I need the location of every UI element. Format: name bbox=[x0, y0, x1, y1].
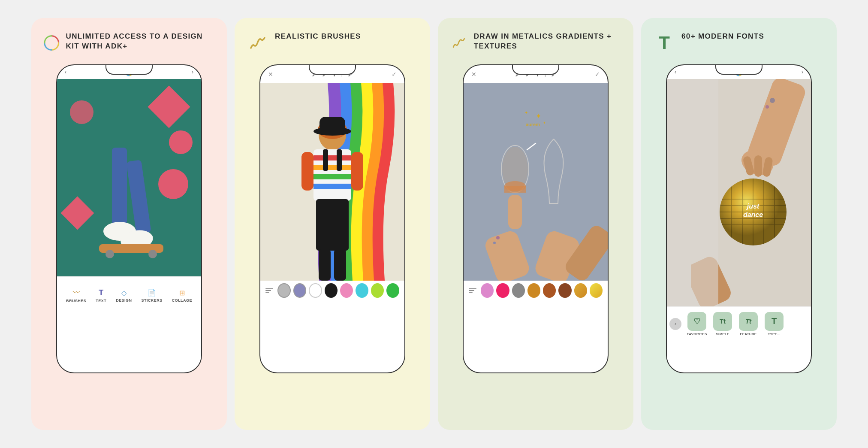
forward-arrow-1: › bbox=[192, 69, 193, 75]
close-x-icon-3: ✕ bbox=[471, 71, 476, 78]
svg-rect-21 bbox=[337, 149, 342, 171]
tab-design[interactable]: ◇ DESIGN bbox=[116, 289, 132, 303]
stickers-label: STICKERS bbox=[142, 298, 163, 303]
swatch-blue[interactable] bbox=[293, 283, 307, 298]
swatch-dark-gray[interactable] bbox=[512, 283, 525, 298]
swatch-pink[interactable] bbox=[340, 283, 353, 298]
svg-point-39 bbox=[496, 236, 500, 239]
svg-point-43 bbox=[770, 98, 775, 103]
font-cat-type[interactable]: T TYPE... bbox=[761, 312, 787, 336]
feature-label: FEATURE bbox=[740, 332, 757, 336]
svg-rect-14 bbox=[313, 155, 351, 160]
svg-rect-22 bbox=[301, 152, 313, 191]
font-back-arrow[interactable]: ‹ bbox=[669, 318, 681, 330]
tab-text[interactable]: T TEXT bbox=[96, 288, 106, 303]
svg-rect-29 bbox=[504, 186, 526, 193]
glasses-scene: aurem ✦ ✦ ✦ bbox=[464, 83, 608, 281]
collage-label: COLLAGE bbox=[172, 298, 192, 303]
swatch-gray[interactable] bbox=[277, 283, 291, 298]
wavy-brush-icon bbox=[247, 32, 269, 54]
adk-logo-icon bbox=[43, 32, 60, 54]
swatch-gold-2[interactable] bbox=[590, 283, 603, 298]
type-label: TYPE... bbox=[768, 332, 780, 336]
svg-point-8 bbox=[148, 250, 157, 258]
phone-bottom-bar-1: 〰 BRUSHES T TEXT ◇ DESIGN 📄 STICKERS ⊞ bbox=[57, 276, 201, 311]
swatch-bronze[interactable] bbox=[527, 283, 540, 298]
swatch-lilac[interactable] bbox=[481, 283, 494, 298]
feature-icon: Tt bbox=[739, 312, 758, 331]
card-fonts: T 60+ MODERN FONTS ‹ › bbox=[641, 18, 837, 430]
cards-container: UNLIMITED ACCESS TO A DESIGN KIT WITH AD… bbox=[14, 1, 854, 447]
skate-image-area bbox=[57, 79, 201, 276]
svg-point-40 bbox=[493, 242, 496, 244]
svg-rect-12 bbox=[319, 117, 345, 132]
svg-rect-19 bbox=[316, 199, 349, 251]
font-categories-bar: ‹ ♡ FAVORITES Tt SIMPLE Tt FEATURE bbox=[667, 306, 811, 341]
font-cat-simple[interactable]: Tt SIMPLE bbox=[710, 312, 735, 336]
menu-icon-2 bbox=[265, 288, 273, 293]
stickers-icon: 📄 bbox=[148, 289, 156, 297]
font-cat-favorites[interactable]: ♡ FAVORITES bbox=[684, 312, 710, 336]
swatch-lime[interactable] bbox=[371, 283, 384, 298]
svg-rect-16 bbox=[313, 174, 351, 179]
brushes-icon: 〰 bbox=[72, 288, 80, 297]
svg-point-7 bbox=[105, 250, 114, 258]
chevron-left-icon: ‹ bbox=[675, 321, 676, 327]
swatch-black[interactable] bbox=[325, 283, 338, 298]
favorites-icon: ♡ bbox=[687, 312, 706, 331]
svg-rect-36 bbox=[483, 229, 531, 281]
t-icon-letter: T bbox=[659, 34, 670, 52]
t-letter-icon: T bbox=[653, 32, 675, 54]
card-3-header: DRAW IN METALICS GRADIENTS + TEXTURES bbox=[450, 32, 621, 54]
tab-stickers[interactable]: 📄 STICKERS bbox=[142, 289, 163, 303]
svg-rect-17 bbox=[313, 184, 351, 189]
menu-icon-3 bbox=[469, 288, 476, 293]
svg-rect-25 bbox=[334, 249, 346, 281]
favorites-label: FAVORITES bbox=[687, 332, 707, 336]
skate-illustration bbox=[86, 148, 172, 268]
swatch-green[interactable] bbox=[386, 283, 399, 298]
svg-text:✦: ✦ bbox=[524, 110, 528, 115]
circle-shape-right bbox=[169, 130, 193, 154]
svg-text:aurem: aurem bbox=[526, 122, 540, 127]
svg-rect-20 bbox=[323, 149, 328, 171]
collage-icon: ⊞ bbox=[179, 289, 185, 297]
card-3-title: DRAW IN METALICS GRADIENTS + TEXTURES bbox=[474, 32, 621, 51]
back-arrow-1: ‹ bbox=[65, 69, 66, 75]
back-arrow-4: ‹ bbox=[675, 69, 676, 75]
font-cat-feature[interactable]: Tt FEATURE bbox=[735, 312, 761, 336]
phone-mockup-3: ✕ 🖌 🖌 T | 🖌 ✓ bbox=[463, 64, 609, 373]
svg-text:just: just bbox=[746, 203, 760, 210]
bg-texture-left bbox=[667, 79, 718, 306]
phone-mockup-1: ‹ › bbox=[56, 64, 202, 373]
svg-rect-3 bbox=[126, 160, 151, 234]
svg-rect-15 bbox=[313, 165, 351, 170]
forward-arrow-4: › bbox=[802, 69, 803, 75]
simple-label: SIMPLE bbox=[716, 332, 729, 336]
swatch-magenta[interactable] bbox=[496, 283, 509, 298]
swatch-gold-1[interactable] bbox=[574, 283, 587, 298]
tab-collage[interactable]: ⊞ COLLAGE bbox=[172, 289, 192, 303]
card-4-title: 60+ MODERN FONTS bbox=[681, 32, 764, 42]
card-brushes: REALISTIC BRUSHES ✕ 🖌 🖌 T | 🖌 ✓ bbox=[235, 18, 430, 430]
card-unlimited-access: UNLIMITED ACCESS TO A DESIGN KIT WITH AD… bbox=[31, 18, 227, 430]
design-label: DESIGN bbox=[116, 298, 132, 303]
card-2-header: REALISTIC BRUSHES bbox=[247, 32, 418, 54]
swatch-white[interactable] bbox=[309, 283, 322, 298]
swatch-cyan[interactable] bbox=[356, 283, 368, 298]
phone-notch-4 bbox=[715, 65, 763, 75]
person-svg bbox=[298, 109, 367, 281]
close-x-icon: ✕ bbox=[268, 71, 273, 78]
phone-notch-3 bbox=[512, 65, 559, 75]
swatch-brown[interactable] bbox=[543, 283, 556, 298]
phone-mockup-2: ✕ 🖌 🖌 T | 🖌 ✓ bbox=[259, 64, 405, 373]
svg-rect-47 bbox=[754, 155, 762, 177]
check-icon-3: ✓ bbox=[595, 71, 600, 78]
svg-text:dance: dance bbox=[743, 211, 763, 218]
circle-shape-left bbox=[70, 100, 93, 124]
tab-brushes[interactable]: 〰 BRUSHES bbox=[66, 288, 86, 303]
svg-rect-30 bbox=[508, 195, 522, 229]
swatch-dark-brown[interactable] bbox=[558, 283, 571, 298]
person-figure bbox=[298, 109, 367, 281]
type-icon: T bbox=[765, 312, 784, 331]
